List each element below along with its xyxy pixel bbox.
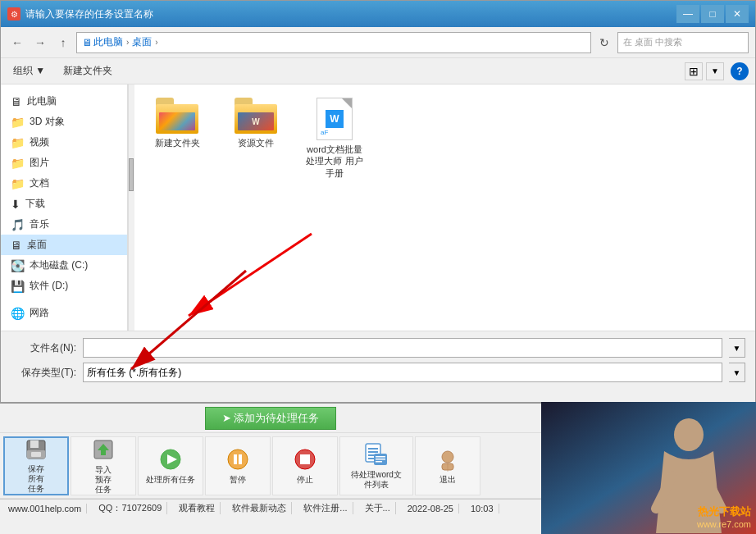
sidebar-item-disk-c[interactable]: 💽 本地磁盘 (C:) (1, 255, 127, 276)
stop-icon (292, 446, 318, 472)
import-tasks-label: 导入预存任务 (95, 465, 112, 495)
sidebar-item-network[interactable]: 🌐 网路 (1, 303, 127, 323)
status-tutorial[interactable]: 观看教程 (174, 502, 221, 514)
filename-input[interactable] (83, 338, 722, 358)
navigation-toolbar: ← → ↑ 🖥 此电脑 › 桌面 › ↻ 在 桌面 中搜索 (1, 27, 755, 58)
filename-dropdown[interactable]: ▼ (729, 338, 745, 358)
status-time: 10:03 (466, 504, 499, 513)
filetype-select[interactable]: 所有任务 (*.所有任务) (83, 363, 722, 382)
save-tasks-label: 保存所有任务 (28, 464, 44, 494)
svg-point-10 (228, 450, 248, 469)
help-button[interactable]: ? (731, 62, 749, 80)
sidebar-item-disk-d[interactable]: 💾 软件 (D:) (1, 276, 127, 296)
exit-icon (435, 446, 461, 472)
grid-icon: ⊞ (689, 65, 699, 78)
queue-button[interactable]: 待处理word文件列表 (339, 436, 413, 495)
status-website[interactable]: www.001help.com (3, 504, 87, 513)
minimize-button[interactable]: — (676, 5, 699, 23)
search-placeholder: 在 桌面 中搜索 (623, 36, 682, 48)
file-name-1: 新建文件夹 (155, 137, 200, 148)
side-logo-text2: www.re7.com (697, 519, 751, 529)
view-dropdown[interactable]: ▼ (706, 62, 724, 80)
downloads-icon: ⬇ (11, 198, 20, 211)
sidebar-scroll-thumb[interactable] (129, 158, 134, 191)
svg-rect-12 (239, 454, 242, 464)
side-logo-text1: 热光下载站 (697, 504, 751, 519)
organize-toolbar: 组织 ▼ 新建文件夹 ⊞ ▼ ? (1, 58, 755, 84)
disk-d-icon: 💾 (11, 280, 25, 293)
sidebar: 🖥 此电脑 📁 3D 对象 📁 视频 📁 图片 📁 文档 (1, 84, 128, 331)
breadcrumb-arrow: › (126, 38, 129, 47)
network-icon: 🌐 (11, 307, 25, 320)
forward-button[interactable]: → (30, 33, 50, 52)
add-task-button[interactable]: ➤ 添加为待处理任务 (205, 407, 337, 430)
play-icon (157, 446, 184, 472)
file-dialog: ⚙ 请输入要保存的任务设置名称 — □ ✕ ← → ↑ 🖥 此电脑 › 桌面 ›… (0, 0, 756, 402)
svg-rect-3 (30, 440, 39, 448)
svg-rect-18 (368, 454, 375, 456)
sidebar-item-computer[interactable]: 🖥 此电脑 (1, 91, 127, 112)
save-tasks-button[interactable]: 保存所有任务 (3, 436, 69, 495)
file-name-3: word文档批量处理大师 用户手册 (305, 144, 364, 179)
svg-point-28 (674, 418, 704, 451)
breadcrumb-desktop[interactable]: 桌面 (132, 35, 152, 49)
desktop-icon: 🖥 (11, 239, 22, 252)
svg-rect-23 (376, 461, 382, 463)
svg-rect-5 (31, 452, 41, 457)
side-image: 热光下载站 www.re7.com (541, 402, 756, 534)
folder-icon-1 (156, 98, 198, 134)
side-logo: 热光下载站 www.re7.com (697, 504, 751, 529)
refresh-button[interactable]: ↻ (594, 33, 614, 52)
file-item-new-folder[interactable]: 新建文件夹 (144, 94, 210, 182)
process-all-label: 处理所有任务 (146, 475, 195, 485)
status-register[interactable]: 软件注册... (298, 502, 353, 514)
sidebar-item-pictures[interactable]: 📁 图片 (1, 153, 127, 173)
sidebar-item-desktop[interactable]: 🖥 桌面 (1, 235, 127, 255)
filename-row: 文件名(N): ▼ (11, 338, 745, 358)
svg-rect-22 (376, 459, 385, 460)
titlebar-controls: — □ ✕ (676, 5, 749, 23)
svg-point-24 (442, 451, 453, 463)
back-button[interactable]: ← (7, 33, 27, 52)
pause-icon (225, 446, 251, 472)
status-news[interactable]: 软件最新动态 (227, 502, 292, 514)
import-icon (90, 437, 116, 463)
dialog-main: 🖥 此电脑 📁 3D 对象 📁 视频 📁 图片 📁 文档 (1, 84, 755, 331)
sidebar-item-music[interactable]: 🎵 音乐 (1, 214, 127, 235)
stop-button[interactable]: 停止 (272, 436, 338, 495)
exit-button[interactable]: 退出 (415, 436, 480, 495)
pause-button[interactable]: 暂停 (205, 436, 271, 495)
process-all-button[interactable]: 处理所有任务 (138, 436, 203, 495)
status-about[interactable]: 关于... (360, 502, 396, 514)
view-button[interactable]: ⊞ (685, 62, 703, 80)
exit-label: 退出 (439, 475, 456, 485)
sidebar-item-3d[interactable]: 📁 3D 对象 (1, 112, 127, 132)
organize-button[interactable]: 组织 ▼ (7, 62, 51, 80)
maximize-button[interactable]: □ (701, 5, 724, 23)
breadcrumb-arrow2: › (155, 38, 157, 47)
new-folder-button[interactable]: 新建文件夹 (57, 62, 118, 80)
sidebar-item-downloads[interactable]: ⬇ 下载 (1, 194, 127, 214)
search-box[interactable]: 在 桌面 中搜索 (617, 32, 749, 53)
svg-rect-19 (368, 458, 375, 459)
pause-label: 暂停 (230, 475, 246, 485)
folder-3d-icon: 📁 (11, 116, 25, 129)
stop-label: 停止 (297, 475, 313, 485)
up-button[interactable]: ↑ (53, 33, 73, 52)
bottom-app-area: ➤ 添加为待处理任务 保存所有任务 导入预存 (0, 402, 541, 534)
doc-icon: W aF (317, 98, 353, 140)
file-item-doc[interactable]: W aF word文档批量处理大师 用户手册 (302, 94, 367, 182)
sidebar-item-video[interactable]: 📁 视频 (1, 132, 127, 153)
queue-label: 待处理word文件列表 (351, 470, 402, 490)
dialog-title: 请输入要保存的任务设置名称 (25, 7, 153, 21)
svg-rect-21 (376, 456, 385, 458)
close-button[interactable]: ✕ (726, 5, 749, 23)
filetype-dropdown[interactable]: ▼ (729, 363, 745, 382)
breadcrumb-computer[interactable]: 🖥 此电脑 (82, 35, 123, 49)
sidebar-scrollbar[interactable] (128, 84, 134, 331)
import-tasks-button[interactable]: 导入预存任务 (71, 436, 136, 495)
file-item-resources[interactable]: W 资源文件 (223, 94, 289, 182)
status-date: 2022-08-25 (403, 504, 459, 513)
sidebar-item-documents[interactable]: 📁 文档 (1, 173, 127, 194)
dialog-icon: ⚙ (7, 7, 20, 21)
